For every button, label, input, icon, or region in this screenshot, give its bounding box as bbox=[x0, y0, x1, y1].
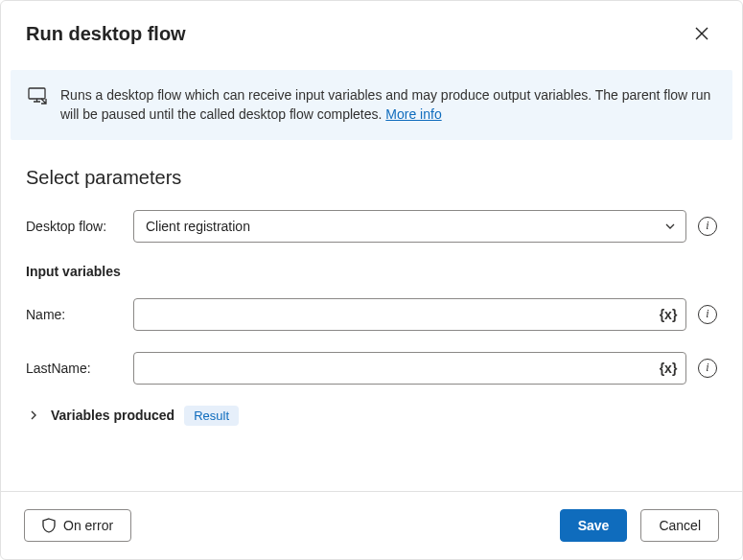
desktop-flow-info-button[interactable]: i bbox=[698, 217, 717, 236]
desktop-flow-row: Desktop flow: Client registration i bbox=[26, 210, 717, 243]
variable-icon: {x} bbox=[660, 361, 678, 376]
on-error-button[interactable]: On error bbox=[24, 509, 131, 542]
name-input[interactable] bbox=[134, 299, 685, 330]
save-label: Save bbox=[578, 518, 610, 533]
output-variable-chip[interactable]: Result bbox=[184, 406, 239, 426]
shield-icon bbox=[42, 518, 56, 533]
more-info-link[interactable]: More info bbox=[385, 106, 441, 122]
dialog-footer: On error Save Cancel bbox=[1, 491, 742, 559]
cancel-button[interactable]: Cancel bbox=[640, 509, 719, 542]
name-input-wrap: {x} bbox=[133, 298, 686, 331]
variables-produced-label: Variables produced bbox=[51, 408, 174, 423]
info-banner-text: Runs a desktop flow which can receive in… bbox=[60, 85, 715, 125]
desktop-flow-label: Desktop flow: bbox=[26, 219, 122, 234]
footer-actions: Save Cancel bbox=[560, 509, 719, 542]
lastname-input[interactable] bbox=[134, 353, 685, 384]
name-info-button[interactable]: i bbox=[698, 305, 717, 324]
name-insert-variable-button[interactable]: {x} bbox=[657, 303, 680, 326]
name-row: Name: {x} i bbox=[26, 298, 717, 331]
info-banner: Runs a desktop flow which can receive in… bbox=[11, 70, 732, 140]
variables-produced-toggle[interactable] bbox=[26, 408, 41, 423]
input-variables-heading: Input variables bbox=[26, 264, 717, 279]
chevron-right-icon bbox=[29, 410, 38, 420]
variable-icon: {x} bbox=[660, 307, 678, 322]
close-icon bbox=[695, 27, 708, 40]
svg-rect-2 bbox=[29, 88, 45, 99]
save-button[interactable]: Save bbox=[560, 509, 628, 542]
run-desktop-flow-dialog: Run desktop flow Runs a desktop flow whi… bbox=[0, 0, 743, 560]
on-error-label: On error bbox=[63, 518, 113, 533]
dialog-title: Run desktop flow bbox=[26, 23, 186, 45]
desktop-flow-select[interactable]: Client registration bbox=[134, 211, 685, 242]
desktop-flow-icon bbox=[28, 87, 47, 125]
cancel-label: Cancel bbox=[659, 518, 701, 533]
desktop-flow-select-wrap: Client registration bbox=[133, 210, 686, 243]
close-button[interactable] bbox=[686, 18, 717, 49]
lastname-label: LastName: bbox=[26, 361, 122, 376]
variables-produced-row: Variables produced Result bbox=[26, 406, 717, 426]
name-label: Name: bbox=[26, 307, 122, 322]
lastname-input-wrap: {x} bbox=[133, 352, 686, 385]
lastname-row: LastName: {x} i bbox=[26, 352, 717, 385]
lastname-insert-variable-button[interactable]: {x} bbox=[657, 357, 680, 380]
select-parameters-heading: Select parameters bbox=[26, 167, 717, 189]
lastname-info-button[interactable]: i bbox=[698, 359, 717, 378]
dialog-header: Run desktop flow bbox=[1, 1, 742, 57]
dialog-content: Select parameters Desktop flow: Client r… bbox=[1, 140, 742, 491]
